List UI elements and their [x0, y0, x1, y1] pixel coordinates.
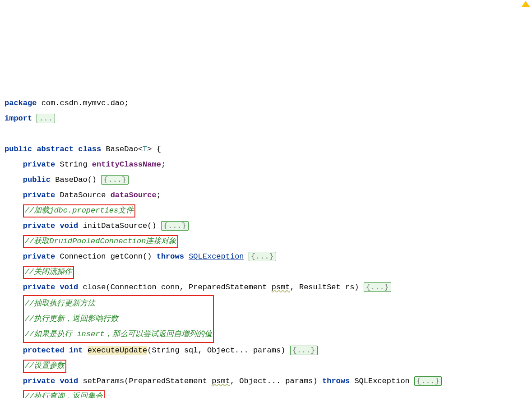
line-method: protected int executeUpdate(String sql, …	[23, 346, 318, 355]
exception-link[interactable]: SQLException	[189, 252, 244, 261]
comment-box: //抽取执行更新方法 //执行更新，返回影响行数 //如果是执行 insert，…	[23, 295, 214, 343]
fold-region[interactable]: {...}	[414, 376, 442, 386]
comment-box: //关闭流操作	[23, 266, 74, 279]
line-method: private void setParams(PreparedStatement…	[23, 376, 442, 386]
line-method: private void close(Connection conn, Prep…	[23, 282, 391, 292]
fold-region[interactable]: {...}	[290, 346, 318, 355]
comment-box: //加载jdbc.properties文件	[23, 204, 135, 218]
line-field: private String entityClassName;	[23, 160, 166, 169]
comment-box: //设置参数	[23, 360, 66, 373]
fold-region[interactable]: {...}	[161, 221, 189, 231]
code-editor[interactable]: package com.csdn.mymvc.dao; import ... p…	[5, 96, 527, 398]
line-method: private void initDataSource() {...}	[23, 221, 189, 231]
error-stripe-marker[interactable]	[521, 1, 530, 7]
fold-region[interactable]: {...}	[364, 282, 391, 292]
fold-region[interactable]: {...}	[101, 175, 129, 185]
fold-region[interactable]: {...}	[249, 252, 276, 261]
line-constructor: public BaseDao() {...}	[23, 175, 129, 185]
line-method: private Connection getConn() throws SQLE…	[23, 252, 276, 261]
line-class-decl: public abstract class BaseDao<T> {	[5, 145, 161, 153]
line-import: import ...	[5, 114, 55, 123]
comment-box: //获取DruidPooledConnection连接对象	[23, 235, 179, 248]
fold-region[interactable]: ...	[37, 114, 55, 123]
line-field: private DataSource dataSource;	[23, 191, 161, 199]
comment-box: //执行查询，返回集合	[23, 390, 105, 398]
line-package: package com.csdn.mymvc.dao;	[5, 99, 129, 107]
